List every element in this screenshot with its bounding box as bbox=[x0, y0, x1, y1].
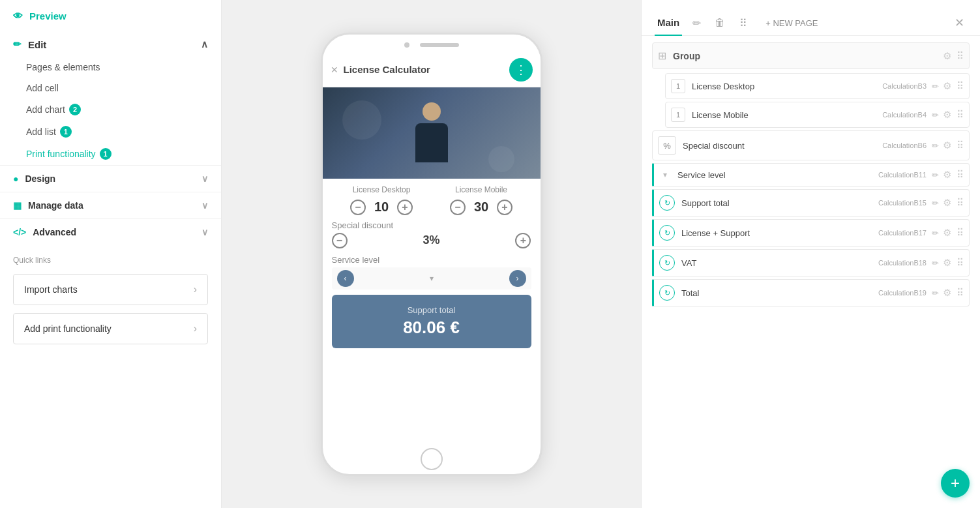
special-discount-calc: CalculationB6 bbox=[882, 142, 927, 149]
discount-decrement-button[interactable]: − bbox=[332, 233, 348, 248]
mobile-decrement-button[interactable]: − bbox=[450, 200, 466, 215]
manage-data-arrow-icon: ∨ bbox=[201, 200, 208, 211]
mobile-increment-button[interactable]: + bbox=[497, 200, 512, 215]
license-support-drag-icon[interactable]: ⠿ bbox=[957, 227, 964, 239]
discount-row: − 3% + bbox=[332, 233, 531, 248]
service-prev-button[interactable]: ‹ bbox=[337, 270, 354, 287]
desktop-value: 10 bbox=[372, 200, 391, 215]
license-desktop-gear-icon[interactable]: ⚙ bbox=[943, 80, 951, 92]
phone-speaker bbox=[404, 42, 409, 48]
advanced-arrow-icon: ∨ bbox=[201, 227, 208, 237]
license-support-calc: CalculationB17 bbox=[878, 229, 927, 237]
support-total-row-label: Support total bbox=[681, 198, 878, 208]
new-page-label: + NEW PAGE bbox=[765, 18, 818, 28]
edit-label: Edit bbox=[28, 39, 46, 50]
service-next-button[interactable]: › bbox=[509, 270, 526, 287]
desktop-decrement-button[interactable]: − bbox=[350, 200, 366, 215]
sidebar-item-pages-elements[interactable]: Pages & elements bbox=[26, 57, 221, 78]
add-list-label: Add list bbox=[26, 127, 56, 137]
tab-delete-icon[interactable]: 🗑 bbox=[711, 14, 729, 32]
vat-drag-icon[interactable]: ⠿ bbox=[957, 257, 964, 269]
preview-label: Preview bbox=[29, 10, 67, 22]
group-gear-icon[interactable]: ⚙ bbox=[943, 50, 951, 62]
group-drag-icon[interactable]: ⠿ bbox=[957, 50, 964, 62]
preview-row[interactable]: 👁 Preview bbox=[0, 0, 221, 32]
new-page-button[interactable]: + NEW PAGE bbox=[760, 13, 823, 33]
section-manage-data[interactable]: ▦ Manage data ∨ bbox=[0, 192, 221, 218]
license-mobile-gear-icon[interactable]: ⚙ bbox=[943, 109, 951, 121]
license-support-gear-icon[interactable]: ⚙ bbox=[943, 227, 951, 239]
support-total-gear-icon[interactable]: ⚙ bbox=[943, 197, 951, 209]
tab-drag-icon[interactable]: ⠿ bbox=[734, 14, 752, 32]
support-total-calc: CalculationB15 bbox=[878, 199, 927, 207]
service-level-section-label: Service level bbox=[332, 255, 531, 265]
license-mobile-drag-icon[interactable]: ⠿ bbox=[957, 109, 964, 121]
license-mobile-num: 1 bbox=[671, 108, 685, 122]
phone-home-button[interactable] bbox=[421, 448, 443, 470]
tab-main[interactable]: Main bbox=[655, 10, 682, 36]
license-mobile-calc: CalculationB4 bbox=[882, 111, 927, 119]
sub-items-container: Pages & elements Add cell Add chart 2 Ad… bbox=[0, 57, 221, 165]
phone-mockup: ✕ License Calculator ⋮ bbox=[321, 33, 542, 476]
service-dropdown-icon[interactable]: ▾ bbox=[354, 274, 509, 283]
quick-links-title: Quick links bbox=[0, 245, 221, 270]
special-discount-gear-icon[interactable]: ⚙ bbox=[943, 140, 951, 151]
phone-content: ✕ License Calculator ⋮ bbox=[323, 53, 541, 448]
total-drag-icon[interactable]: ⠿ bbox=[957, 287, 964, 299]
print-functionality-badge: 1 bbox=[100, 148, 111, 160]
group-row: ⊞ Group ⚙ ⠿ bbox=[652, 42, 970, 69]
support-total-drag-icon[interactable]: ⠿ bbox=[957, 197, 964, 209]
total-row-label: Total bbox=[681, 288, 878, 298]
service-level-edit-icon[interactable]: ✏ bbox=[932, 170, 939, 180]
license-desktop-label: License Desktop bbox=[332, 185, 432, 194]
phone-fab-button[interactable]: ⋮ bbox=[509, 58, 533, 82]
app-close-icon[interactable]: ✕ bbox=[331, 65, 338, 75]
license-desktop-calc: CalculationB3 bbox=[882, 82, 927, 90]
eye-icon: 👁 bbox=[13, 10, 23, 22]
add-print-arrow-icon: › bbox=[194, 323, 197, 335]
sidebar-item-add-chart[interactable]: Add chart 2 bbox=[26, 98, 221, 121]
license-desktop-drag-icon[interactable]: ⠿ bbox=[957, 80, 964, 92]
service-level-drag-icon[interactable]: ⠿ bbox=[957, 169, 964, 181]
discount-increment-button[interactable]: + bbox=[515, 233, 531, 248]
add-list-badge: 1 bbox=[60, 126, 72, 138]
vat-edit-icon[interactable]: ✏ bbox=[932, 258, 939, 268]
sidebar-item-print-functionality[interactable]: Print functionality 1 bbox=[26, 143, 221, 165]
right-panel-close-button[interactable]: ✕ bbox=[952, 13, 967, 33]
total-data-row: ↻ Total CalculationB19 ✏ ⚙ ⠿ bbox=[652, 279, 970, 306]
total-edit-icon[interactable]: ✏ bbox=[932, 288, 939, 298]
right-panel-add-button[interactable]: + bbox=[941, 469, 970, 498]
main-center: ✕ License Calculator ⋮ bbox=[222, 0, 641, 508]
service-level-row: ‹ ▾ › bbox=[332, 267, 531, 290]
license-mobile-edit-icon[interactable]: ✏ bbox=[932, 110, 939, 120]
left-sidebar: 👁 Preview ✏ Edit ∧ Pages & elements Add … bbox=[0, 0, 222, 508]
add-print-label: Add print functionality bbox=[24, 323, 194, 334]
sidebar-item-add-list[interactable]: Add list 1 bbox=[26, 121, 221, 143]
vat-row-label: VAT bbox=[681, 258, 878, 268]
vat-gear-icon[interactable]: ⚙ bbox=[943, 257, 951, 269]
pencil-icon: ✏ bbox=[13, 38, 22, 50]
import-charts-button[interactable]: Import charts › bbox=[13, 274, 208, 305]
tab-edit-icon[interactable]: ✏ bbox=[687, 14, 705, 32]
section-design[interactable]: ● Design ∨ bbox=[0, 165, 221, 192]
service-level-gear-icon[interactable]: ⚙ bbox=[943, 169, 951, 181]
support-total-box: Support total 80.06 € bbox=[332, 295, 531, 348]
support-total-edit-icon[interactable]: ✏ bbox=[932, 198, 939, 208]
add-print-functionality-button[interactable]: Add print functionality › bbox=[13, 313, 208, 344]
desktop-increment-button[interactable]: + bbox=[397, 200, 413, 215]
sidebar-item-add-cell[interactable]: Add cell bbox=[26, 78, 221, 98]
support-total-refresh-icon: ↻ bbox=[659, 195, 675, 211]
edit-row[interactable]: ✏ Edit ∧ bbox=[0, 32, 221, 57]
import-charts-arrow-icon: › bbox=[194, 284, 197, 295]
license-desktop-num: 1 bbox=[671, 79, 685, 93]
pages-elements-label: Pages & elements bbox=[26, 62, 100, 72]
total-gear-icon[interactable]: ⚙ bbox=[943, 287, 951, 299]
section-advanced[interactable]: </> Advanced ∨ bbox=[0, 218, 221, 245]
license-desktop-edit-icon[interactable]: ✏ bbox=[932, 82, 939, 91]
license-support-edit-icon[interactable]: ✏ bbox=[932, 228, 939, 238]
phone-top-bar bbox=[323, 35, 541, 53]
license-desktop-row-label: License Desktop bbox=[692, 82, 882, 91]
license-mobile-data-row: 1 License Mobile CalculationB4 ✏ ⚙ ⠿ bbox=[665, 102, 970, 128]
special-discount-edit-icon[interactable]: ✏ bbox=[932, 141, 939, 151]
special-discount-drag-icon[interactable]: ⠿ bbox=[957, 140, 964, 151]
